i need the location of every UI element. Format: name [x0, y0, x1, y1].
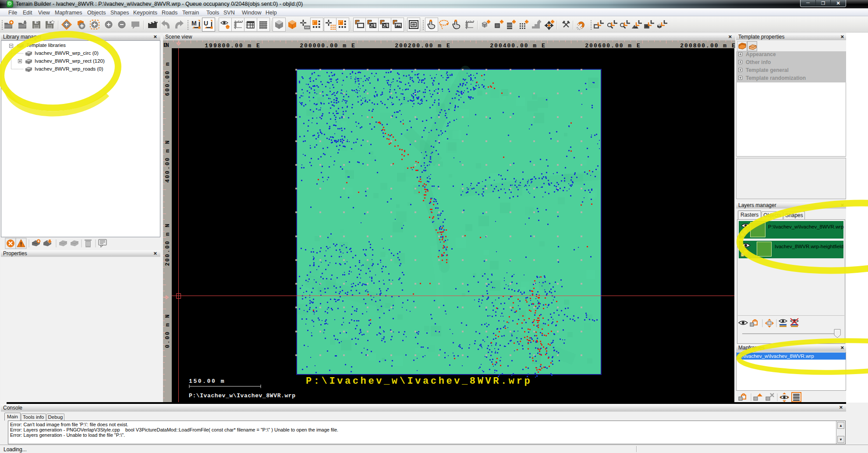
svg-text:U: U	[204, 20, 208, 27]
svg-text:M: M	[191, 20, 197, 27]
